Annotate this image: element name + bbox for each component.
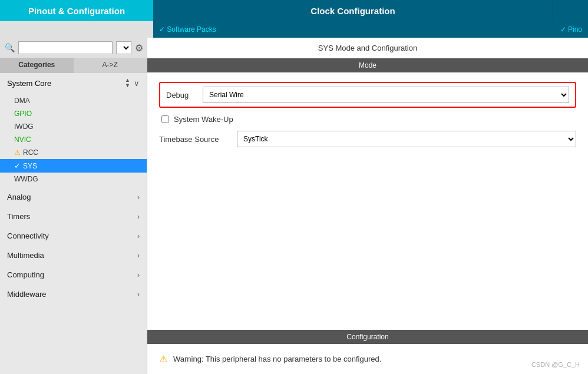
mode-section: Debug Serial Wire No Debug Trace Asynchr… [147,72,588,164]
timers-chevron: › [137,213,140,221]
timers-label: Timers [7,212,30,221]
config-header-bar: Configuration [147,330,588,344]
connectivity-chevron: › [137,232,140,240]
computing-header[interactable]: Computing › [0,266,147,284]
system-core-chevron: ∨ [134,79,140,88]
pinout-tab[interactable]: Pinout & Configuration [0,0,153,21]
rcc-warning-icon: ⚠ [14,148,21,157]
peripheral-iwdg[interactable]: IWDG [0,120,147,133]
system-core-header[interactable]: System Core ▲ ▼ ∨ [0,73,147,93]
tab-categories[interactable]: Categories [0,58,74,73]
connectivity-label: Connectivity [7,231,49,240]
timebase-select[interactable]: SysTick TIM1 TIM2 [237,131,576,147]
debug-row: Debug Serial Wire No Debug Trace Asynchr… [159,82,576,108]
timebase-label: Timebase Source [159,135,230,144]
watermark: CSDN @G_C_H [531,361,580,368]
config-warning-icon: ⚠ [159,353,167,365]
computing-label: Computing [7,270,44,279]
search-icon: 🔍 [5,43,15,52]
analog-chevron: › [137,193,140,201]
tab-az[interactable]: A->Z [74,58,147,73]
sub-header-left [0,21,153,38]
multimedia-label: Multimedia [7,251,44,260]
category-middleware: Middleware › [0,285,147,303]
computing-chevron: › [137,271,140,279]
debug-select[interactable]: Serial Wire No Debug Trace Asynchronous … [203,87,569,103]
timers-header[interactable]: Timers › [0,207,147,226]
content-body [147,164,588,330]
category-connectivity: Connectivity › [0,227,147,245]
main-content: SYS Mode and Configuration Mode Debug Se… [147,38,588,374]
main-layout: 🔍 ⚙ Categories A->Z System Core [0,38,588,374]
middleware-chevron: › [137,290,140,299]
sidebar: 🔍 ⚙ Categories A->Z System Core [0,38,147,374]
search-dropdown[interactable] [116,41,131,54]
sort-arrows[interactable]: ▲ ▼ [125,78,130,88]
sys-check-icon: ✓ [14,161,21,170]
pino-subtab[interactable]: ✓ Pino [560,25,582,34]
search-input[interactable] [18,41,113,54]
category-multimedia: Multimedia › [0,246,147,264]
middleware-header[interactable]: Middleware › [0,285,147,303]
peripheral-wwdg[interactable]: WWDG [0,173,147,186]
connectivity-header[interactable]: Connectivity › [0,227,147,245]
peripheral-list: DMA GPIO IWDG [0,93,147,187]
software-packs-subtab[interactable]: ✓ Software Packs [159,25,216,34]
sidebar-tabs: Categories A->Z [0,58,147,73]
peripheral-nvic[interactable]: NVIC [0,133,147,146]
multimedia-chevron: › [137,251,140,260]
system-core-label: System Core [7,79,51,88]
analog-label: Analog [7,193,31,201]
peripheral-rcc[interactable]: ⚠ RCC [0,146,147,159]
category-timers: Timers › [0,207,147,226]
config-section: Configuration ⚠ Warning: This peripheral… [147,330,588,374]
sidebar-content: System Core ▲ ▼ ∨ DMA [0,73,147,374]
category-computing: Computing › [0,266,147,284]
category-analog: Analog › [0,188,147,206]
sub-header-right: ✓ Software Packs ✓ Pino [153,21,588,38]
mode-header-bar: Mode [147,58,588,72]
peripheral-dma[interactable]: DMA [0,94,147,107]
system-wakeup-row: System Wake-Up [159,115,576,124]
clock-label: Clock Configuration [310,6,395,16]
middleware-label: Middleware [7,290,46,299]
sidebar-search-row: 🔍 ⚙ [0,38,147,58]
peripheral-sys[interactable]: ✓ SYS [0,159,147,173]
pinout-label: Pinout & Configuration [28,6,125,16]
peripheral-gpio[interactable]: GPIO [0,107,147,120]
config-body: ⚠ Warning: This peripheral has no parame… [147,344,588,374]
config-warning-text: Warning: This peripheral has no paramete… [173,355,381,363]
system-wakeup-checkbox[interactable] [161,115,169,123]
sub-header: ✓ Software Packs ✓ Pino [0,21,588,38]
debug-label: Debug [166,91,196,100]
content-title: SYS Mode and Configuration [147,38,588,58]
category-system-core: System Core ▲ ▼ ∨ DMA [0,73,147,187]
header-right-panel [553,0,588,21]
clock-tab[interactable]: Clock Configuration [153,0,553,21]
multimedia-header[interactable]: Multimedia › [0,246,147,264]
system-wakeup-label[interactable]: System Wake-Up [174,115,233,124]
timebase-row: Timebase Source SysTick TIM1 TIM2 [159,131,576,147]
top-header: Pinout & Configuration Clock Configurati… [0,0,588,21]
gear-icon[interactable]: ⚙ [135,42,143,54]
analog-header[interactable]: Analog › [0,188,147,206]
